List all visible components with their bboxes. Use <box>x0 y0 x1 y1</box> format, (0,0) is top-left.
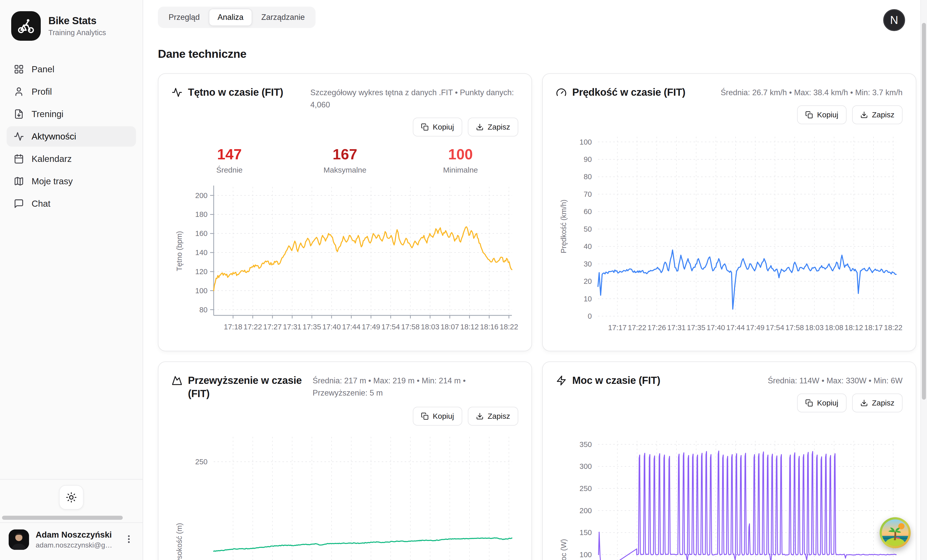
svg-text:18:03: 18:03 <box>805 323 824 332</box>
svg-text:Wysokość (m): Wysokość (m) <box>175 523 183 560</box>
sidebar-item-kalendarz[interactable]: Kalendarz <box>7 149 136 169</box>
app-window: Bike Stats Training Analytics Panel Prof… <box>0 0 927 560</box>
copy-icon <box>805 111 813 118</box>
sidebar-item-moje-trasy[interactable]: Moje trasy <box>7 171 136 191</box>
svg-text:17:49: 17:49 <box>362 323 380 331</box>
theme-toggle-button[interactable] <box>59 485 84 510</box>
vertical-scrollbar-thumb[interactable] <box>922 23 926 400</box>
stat-min: 100 Minimalne <box>403 146 518 175</box>
calendar-icon <box>14 154 24 164</box>
svg-text:18:16: 18:16 <box>480 323 498 331</box>
sidebar-item-chat[interactable]: Chat <box>7 193 136 214</box>
mountain-icon <box>172 375 182 386</box>
svg-text:18:08: 18:08 <box>825 323 843 332</box>
copy-button[interactable]: Kopiuj <box>413 118 462 137</box>
copy-icon <box>421 123 429 131</box>
sidebar-item-treningi[interactable]: Treningi <box>7 104 136 124</box>
sidebar-item-panel[interactable]: Panel <box>7 59 136 79</box>
download-icon <box>476 412 483 420</box>
stat-average: 147 Średnie <box>172 146 287 175</box>
user-name: Adam Noszczyński <box>36 530 117 540</box>
sidebar-footer: Adam Noszczyński adam.noszczynski@gmail.… <box>0 479 143 560</box>
svg-text:18:22: 18:22 <box>884 323 903 332</box>
bike-logo-icon <box>11 11 41 41</box>
svg-text:140: 140 <box>195 249 208 256</box>
card-elevation: Przewyższenie w czasie (FIT) Średnia: 21… <box>158 361 532 560</box>
svg-text:18:17: 18:17 <box>864 323 883 332</box>
card-title: Tętno w czasie (FIT) <box>188 85 283 99</box>
svg-text:20: 20 <box>584 277 592 285</box>
heart-rate-stats: 147 Średnie 167 Maksymalne 100 Minimalne <box>172 146 518 175</box>
copy-button[interactable]: Kopiuj <box>797 393 846 412</box>
svg-text:17:44: 17:44 <box>342 323 361 331</box>
svg-text:40: 40 <box>584 242 592 250</box>
app-brand: Bike Stats Training Analytics <box>0 0 143 41</box>
charts-grid: Tętno w czasie (FIT) Szczegółowy wykres … <box>158 73 916 560</box>
elevation-chart: 250Wysokość (m) <box>172 432 518 560</box>
speed-chart: 010203040506070809010017:1717:2217:2617:… <box>556 131 903 339</box>
svg-text:17:22: 17:22 <box>243 323 262 331</box>
svg-text:17:44: 17:44 <box>726 323 745 332</box>
card-power: Moc w czasie (FIT) Średnia: 114W • Max: … <box>542 361 916 560</box>
svg-text:17:40: 17:40 <box>707 323 725 332</box>
tropical-island-button[interactable] <box>880 517 911 548</box>
card-speed: Prędkość w czasie (FIT) Średnia: 26.7 km… <box>542 73 916 351</box>
save-button[interactable]: Zapisz <box>852 393 903 412</box>
zap-icon <box>556 375 567 386</box>
tab-przeglad[interactable]: Przegląd <box>160 9 208 26</box>
sidebar: Bike Stats Training Analytics Panel Prof… <box>0 0 143 560</box>
svg-text:17:49: 17:49 <box>746 323 764 332</box>
svg-text:10: 10 <box>584 295 592 303</box>
svg-text:18:12: 18:12 <box>845 323 863 332</box>
file-download-icon <box>14 109 24 119</box>
sidebar-horizontal-scrollbar[interactable] <box>2 516 123 520</box>
save-button[interactable]: Zapisz <box>468 407 518 426</box>
svg-text:250: 250 <box>580 484 592 493</box>
palm-island-icon <box>880 517 911 548</box>
svg-text:17:35: 17:35 <box>302 323 321 331</box>
svg-text:17:22: 17:22 <box>628 323 646 332</box>
save-button[interactable]: Zapisz <box>468 118 518 137</box>
svg-text:120: 120 <box>195 267 208 276</box>
svg-text:150: 150 <box>580 528 592 537</box>
stat-max: 167 Maksymalne <box>287 146 403 175</box>
download-icon <box>860 399 868 407</box>
svg-text:50: 50 <box>584 225 592 233</box>
chat-icon <box>14 199 24 209</box>
copy-button[interactable]: Kopiuj <box>413 407 462 426</box>
svg-text:17:40: 17:40 <box>322 323 341 331</box>
heart-rate-chart: 8010012014016018020017:1817:2217:2717:31… <box>172 181 518 338</box>
sidebar-item-profil[interactable]: Profil <box>7 82 136 102</box>
svg-text:300: 300 <box>580 463 592 470</box>
sidebar-item-label: Moje trasy <box>32 176 73 186</box>
user-profile[interactable]: Adam Noszczyński adam.noszczynski@gmail.… <box>0 523 143 560</box>
svg-text:18:22: 18:22 <box>500 323 518 331</box>
view-tabs: Przegląd Analiza Zarządzanie <box>158 7 316 28</box>
map-icon <box>14 176 24 186</box>
account-avatar[interactable]: N <box>883 9 905 31</box>
svg-text:Moc (W): Moc (W) <box>559 539 568 560</box>
sidebar-item-label: Profil <box>32 87 52 97</box>
svg-text:17:35: 17:35 <box>687 323 705 332</box>
save-button[interactable]: Zapisz <box>852 105 903 124</box>
svg-text:17:54: 17:54 <box>766 323 784 332</box>
sidebar-item-aktywnosci[interactable]: Aktywności <box>7 126 136 147</box>
svg-text:Prędkość (km/h): Prędkość (km/h) <box>559 200 568 253</box>
power-chart: 100150200250300350Moc (W) <box>556 436 903 560</box>
sidebar-item-label: Chat <box>32 199 50 209</box>
user-menu-button[interactable] <box>124 534 134 545</box>
tab-zarzadzanie[interactable]: Zarządzanie <box>253 9 313 26</box>
svg-text:100: 100 <box>195 287 208 295</box>
page-title: Dane techniczne <box>158 47 916 61</box>
app-brand-text: Bike Stats Training Analytics <box>49 15 106 37</box>
copy-icon <box>421 412 429 420</box>
user-email: adam.noszczynski@gmail.... <box>36 541 117 549</box>
svg-text:0: 0 <box>588 312 592 320</box>
svg-text:17:26: 17:26 <box>647 323 666 332</box>
copy-button[interactable]: Kopiuj <box>797 105 846 124</box>
svg-text:17:17: 17:17 <box>608 323 627 332</box>
card-title: Przewyższenie w czasie (FIT) <box>188 374 313 400</box>
vertical-scrollbar[interactable] <box>920 0 927 560</box>
svg-text:17:31: 17:31 <box>283 323 301 331</box>
tab-analiza[interactable]: Analiza <box>209 9 252 26</box>
